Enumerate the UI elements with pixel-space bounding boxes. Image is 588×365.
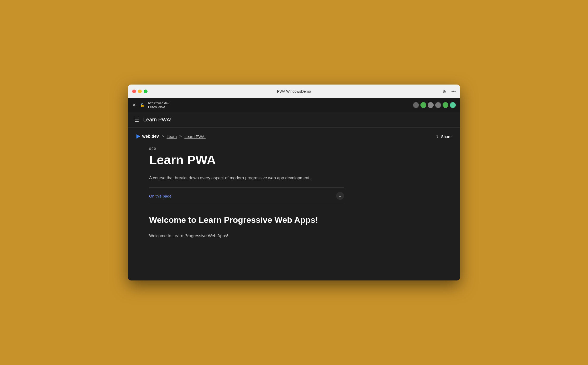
- share-icon: ⇧: [436, 134, 439, 139]
- breadcrumb: web.dev > Learn > Learn PWA!: [136, 134, 206, 139]
- section-heading: Welcome to Learn Progressive Web Apps!: [149, 215, 344, 225]
- zoom-icon[interactable]: ⊕: [443, 89, 446, 94]
- more-icon[interactable]: •••: [451, 89, 456, 94]
- window-title: PWA WindowsDemo: [277, 89, 311, 93]
- title-bar: PWA WindowsDemo ⊕ •••: [128, 85, 460, 98]
- browser-address-bar: ✕ 🔒 https://web.dev Learn PWA: [128, 98, 460, 112]
- article-number: 000: [149, 147, 344, 151]
- extension-1[interactable]: [413, 102, 419, 108]
- breadcrumb-bar: web.dev > Learn > Learn PWA! ⇧ Share: [128, 128, 460, 144]
- section-text: Welcome to Learn Progressive Web Apps!: [149, 233, 344, 239]
- webdev-logo-text: web.dev: [142, 134, 159, 139]
- chevron-down-icon: ⌄: [336, 192, 344, 200]
- hamburger-icon[interactable]: ☰: [134, 117, 139, 123]
- article-description: A course that breaks down every aspect o…: [149, 175, 344, 181]
- extension-5[interactable]: [443, 102, 448, 108]
- browser-url-info: https://web.dev Learn PWA: [148, 101, 169, 109]
- traffic-lights: [132, 90, 148, 93]
- breadcrumb-link-learn[interactable]: Learn: [166, 134, 177, 139]
- extension-2[interactable]: [420, 102, 426, 108]
- browser-window: PWA WindowsDemo ⊕ ••• ✕ 🔒 https://web.de…: [128, 85, 460, 280]
- extension-4[interactable]: [435, 102, 441, 108]
- article-content: 000 Learn PWA A course that breaks down …: [128, 144, 365, 250]
- browser-extensions: [413, 102, 456, 108]
- share-button[interactable]: ⇧ Share: [436, 134, 452, 139]
- on-this-page-label: On this page: [149, 194, 172, 198]
- logo-triangle-icon: [136, 134, 140, 139]
- close-button[interactable]: [132, 90, 136, 93]
- on-this-page-toggle[interactable]: On this page ⌄: [149, 188, 344, 204]
- browser-close-icon[interactable]: ✕: [132, 102, 136, 108]
- maximize-button[interactable]: [144, 90, 148, 93]
- app-bar: ☰ Learn PWA!: [128, 112, 460, 128]
- app-bar-title: Learn PWA!: [143, 117, 172, 123]
- title-bar-actions: ⊕ •••: [443, 89, 456, 94]
- extension-6[interactable]: [450, 102, 456, 108]
- lock-icon: 🔒: [140, 103, 144, 107]
- share-label: Share: [441, 134, 452, 139]
- breadcrumb-separator-2: >: [179, 134, 182, 139]
- main-content: web.dev > Learn > Learn PWA! ⇧ Share 000…: [128, 128, 460, 280]
- article-title: Learn PWA: [149, 153, 344, 167]
- minimize-button[interactable]: [138, 90, 142, 93]
- breadcrumb-link-learn-pwa[interactable]: Learn PWA!: [184, 134, 205, 139]
- browser-page-title: Learn PWA: [148, 105, 169, 109]
- extension-3[interactable]: [428, 102, 434, 108]
- breadcrumb-separator-1: >: [161, 134, 164, 139]
- webdev-logo[interactable]: web.dev: [136, 134, 159, 139]
- browser-url: https://web.dev: [148, 101, 169, 105]
- divider-bottom: [149, 204, 344, 204]
